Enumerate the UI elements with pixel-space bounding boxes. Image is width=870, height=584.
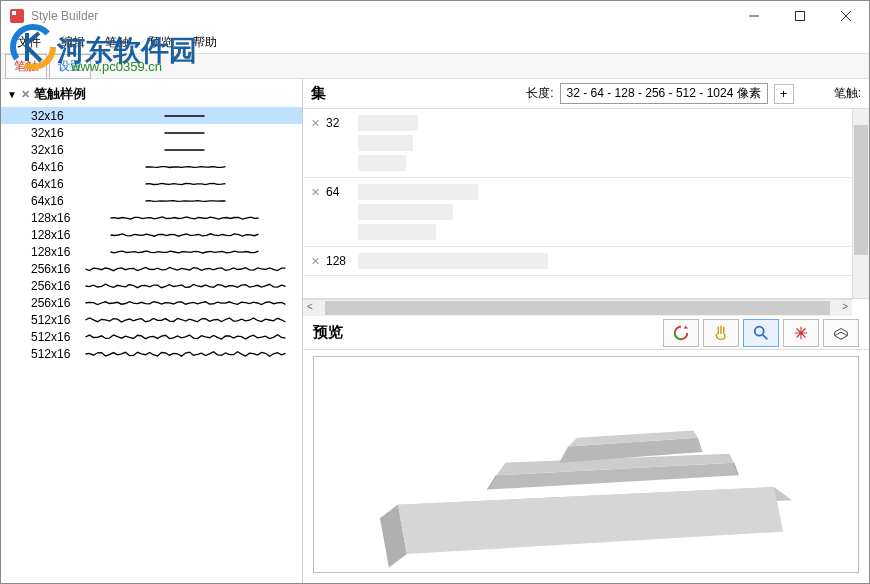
stroke-sample-row[interactable]: 128x16 (1, 226, 302, 243)
svg-marker-13 (398, 487, 783, 554)
stroke-slot[interactable] (358, 253, 548, 269)
stroke-sample-row[interactable]: 32x16 (1, 107, 302, 124)
stroke-sample-row[interactable]: 512x16 (1, 328, 302, 345)
stroke-sample-row[interactable]: 64x16 (1, 158, 302, 175)
stroke-preview (75, 227, 296, 243)
stroke-label: 128x16 (31, 211, 75, 225)
stroke-slot[interactable] (358, 135, 413, 151)
stroke-preview (75, 312, 296, 328)
stroke-label: 256x16 (31, 296, 75, 310)
remove-group-icon[interactable]: ✕ (311, 186, 320, 199)
window-title: Style Builder (31, 9, 98, 23)
stroke-label: 256x16 (31, 279, 75, 293)
length-value[interactable]: 32 - 64 - 128 - 256 - 512 - 1024 像素 (560, 83, 768, 104)
stroke-preview (75, 210, 296, 226)
svg-line-10 (763, 334, 768, 339)
svg-rect-3 (12, 11, 16, 15)
collection-hscrollbar[interactable] (303, 299, 852, 316)
pan-button[interactable] (703, 319, 739, 347)
collection-group[interactable]: ✕32 (303, 109, 852, 178)
stroke-preview (75, 176, 296, 192)
sidebar: ▼ ✕ 笔触样例 32x1632x1632x1664x1664x1664x161… (1, 79, 303, 583)
tree-header[interactable]: ▼ ✕ 笔触样例 (1, 79, 302, 107)
stroke-sample-row[interactable]: 256x16 (1, 294, 302, 311)
stroke-sample-row[interactable]: 256x16 (1, 277, 302, 294)
stroke-preview (75, 108, 296, 124)
stroke-slot[interactable] (358, 155, 406, 171)
stroke-label: 512x16 (31, 330, 75, 344)
stroke-preview (75, 261, 296, 277)
stroke-sample-row[interactable]: 32x16 (1, 124, 302, 141)
stroke-label: 64x16 (31, 177, 75, 191)
toolbar: 笔触 设置 (1, 53, 869, 79)
delete-icon: ✕ (21, 88, 30, 101)
stroke-label: 32x16 (31, 143, 75, 157)
collection-title: 集 (311, 84, 461, 103)
stroke-slot[interactable] (358, 115, 418, 131)
svg-point-9 (755, 326, 764, 335)
group-size: 32 (326, 116, 358, 130)
stroke-preview (75, 244, 296, 260)
menu-stroke[interactable]: 笔触 (95, 32, 139, 53)
stroke-label: 256x16 (31, 262, 75, 276)
orbit-button[interactable] (663, 319, 699, 347)
model-button[interactable] (823, 319, 859, 347)
stroke-preview (75, 329, 296, 345)
menu-edit[interactable]: 编辑 (51, 32, 95, 53)
group-size: 128 (326, 254, 358, 268)
stroke-sample-row[interactable]: 128x16 (1, 209, 302, 226)
group-size: 64 (326, 185, 358, 199)
menu-file[interactable]: 文件 (7, 32, 51, 53)
stroke-slot[interactable] (358, 184, 478, 200)
maximize-button[interactable] (777, 1, 823, 31)
length-label: 长度: (526, 85, 553, 102)
preview-canvas[interactable] (313, 356, 859, 573)
stroke-sample-row[interactable]: 64x16 (1, 175, 302, 192)
stroke-sample-row[interactable]: 512x16 (1, 345, 302, 362)
collapse-icon: ▼ (7, 89, 17, 100)
stroke-preview (75, 159, 296, 175)
stroke-sample-row[interactable]: 512x16 (1, 311, 302, 328)
remove-group-icon[interactable]: ✕ (311, 255, 320, 268)
remove-group-icon[interactable]: ✕ (311, 117, 320, 130)
stroke-label: 64x16 (31, 194, 75, 208)
stroke-sample-row[interactable]: 64x16 (1, 192, 302, 209)
tab-settings[interactable]: 设置 (49, 54, 91, 79)
stroke-label: 32x16 (31, 126, 75, 140)
stroke-preview (75, 142, 296, 158)
zoom-extents-button[interactable] (783, 319, 819, 347)
menu-help[interactable]: 帮助 (183, 32, 227, 53)
tab-stroke[interactable]: 笔触 (5, 54, 47, 79)
collection-vscrollbar[interactable] (852, 109, 869, 298)
titlebar: Style Builder (1, 1, 869, 31)
stroke-slot[interactable] (358, 224, 436, 240)
app-icon (9, 8, 25, 24)
stroke-label: 512x16 (31, 347, 75, 361)
stroke-preview (75, 193, 296, 209)
menu-preview[interactable]: 预览 (139, 32, 183, 53)
minimize-button[interactable] (731, 1, 777, 31)
stroke-sample-row[interactable]: 128x16 (1, 243, 302, 260)
stroke-label: 32x16 (31, 109, 75, 123)
collection-group[interactable]: ✕64 (303, 178, 852, 247)
stroke-label: 64x16 (31, 160, 75, 174)
svg-rect-5 (796, 12, 805, 21)
preview-bar: 预览 (303, 316, 869, 350)
collection-bar: 集 长度: 32 - 64 - 128 - 256 - 512 - 1024 像… (303, 79, 869, 109)
stroke-slot[interactable] (358, 204, 453, 220)
stroke-preview (75, 278, 296, 294)
stroke-sample-row[interactable]: 256x16 (1, 260, 302, 277)
preview-title: 预览 (313, 323, 659, 342)
collection-group[interactable]: ✕128 (303, 247, 852, 276)
stroke-label: 512x16 (31, 313, 75, 327)
stroke-label: 128x16 (31, 228, 75, 242)
stroke-preview (75, 125, 296, 141)
tree-title: 笔触样例 (34, 85, 86, 103)
close-button[interactable] (823, 1, 869, 31)
stroke-sample-row[interactable]: 32x16 (1, 141, 302, 158)
stroke-label: 128x16 (31, 245, 75, 259)
add-length-button[interactable]: + (774, 84, 794, 104)
menubar: 文件 编辑 笔触 预览 帮助 (1, 31, 869, 53)
stroke-preview (75, 295, 296, 311)
zoom-button[interactable] (743, 319, 779, 347)
